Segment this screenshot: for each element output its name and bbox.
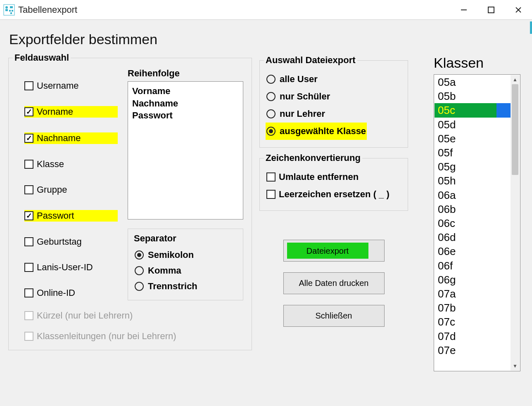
checkbox-icon — [24, 311, 33, 320]
svg-point-1 — [5, 6, 8, 9]
separator-option-semikolon[interactable]: Semikolon — [134, 247, 237, 263]
checkbox-icon — [24, 160, 33, 169]
titlebar: Tabellenexport — [0, 0, 532, 20]
field-checkbox-geburtstag[interactable]: Geburtstag — [24, 236, 118, 247]
separator-option-trennstrich[interactable]: Trennstrich — [134, 279, 237, 294]
field-checkbox-online-id[interactable]: Online-ID — [24, 288, 118, 298]
export-scope-nur-sch-ler[interactable]: nur Schüler — [266, 88, 402, 105]
zeichen-legend: Zeichenkonvertierung — [264, 153, 362, 163]
radio-icon — [135, 266, 144, 275]
checkbox-label: Klassenleitungen (nur bei Lehrern) — [37, 331, 176, 342]
klassen-item[interactable]: 07d — [435, 329, 511, 343]
checkbox-icon — [24, 332, 33, 341]
radio-icon — [266, 92, 276, 101]
checkbox-label: Umlaute entfernen — [279, 172, 359, 182]
feldauswahl-group: Feldauswahl UsernameVornameNachnameKlass… — [8, 52, 252, 350]
reihenfolge-label: Reihenfolge — [128, 68, 246, 79]
radio-icon — [135, 282, 144, 291]
separator-option-komma[interactable]: Komma — [134, 263, 237, 279]
close-dialog-button[interactable]: Schließen — [283, 305, 385, 327]
print-button[interactable]: Alle Daten drucken — [283, 272, 385, 294]
export-scope-ausgew-hlte-klasse[interactable]: ausgewählte Klasse — [266, 123, 367, 140]
separator-group: Separator SemikolonKommaTrennstrich — [128, 229, 243, 300]
app-icon — [3, 4, 15, 16]
svg-rect-6 — [10, 12, 12, 14]
radio-icon — [135, 250, 144, 260]
klassen-item[interactable]: 06e — [435, 244, 511, 258]
scroll-thumb[interactable] — [512, 84, 518, 175]
radio-label: ausgewählte Klasse — [280, 126, 366, 137]
klassen-item[interactable]: 06d — [435, 230, 511, 244]
checkbox-icon — [266, 190, 276, 199]
scroll-down-icon[interactable]: ▼ — [511, 361, 520, 371]
field-checkbox-gruppe[interactable]: Gruppe — [24, 184, 118, 195]
klassen-item[interactable]: 06c — [435, 216, 511, 230]
checkbox-label: Leerzeichen ersetzen ( _ ) — [279, 189, 390, 200]
close-button[interactable] — [505, 0, 532, 20]
minimize-button[interactable] — [450, 0, 477, 20]
klassen-item[interactable]: 07e — [435, 343, 511, 357]
svg-rect-8 — [488, 7, 494, 13]
klassen-item[interactable]: 05c — [435, 103, 511, 117]
reihenfolge-list[interactable]: VornameNachnamePasswort — [128, 81, 243, 220]
klassen-item[interactable]: 05g — [435, 160, 511, 174]
maximize-button[interactable] — [477, 0, 505, 20]
radio-label: nur Lehrer — [280, 109, 325, 119]
field-checkbox-lanis-user-id[interactable]: Lanis-User-ID — [24, 262, 118, 273]
feldauswahl-legend: Feldauswahl — [13, 52, 71, 63]
klassen-item[interactable]: 06g — [435, 273, 511, 287]
dateiexport-button-label: Dateiexport — [287, 243, 368, 259]
klassen-heading: Klassen — [434, 55, 525, 71]
page-title: Exportfelder bestimmen — [9, 31, 525, 47]
klassen-item[interactable]: 06a — [435, 188, 511, 202]
klassen-item[interactable]: 05h — [435, 174, 511, 188]
export-scope-alle-user[interactable]: alle User — [266, 71, 402, 88]
checkbox-icon — [24, 134, 33, 143]
separator-legend: Separator — [134, 233, 237, 244]
field-checkbox-passwort[interactable]: Passwort — [24, 210, 118, 222]
klassen-item[interactable]: 05e — [435, 132, 511, 146]
klassen-item[interactable]: 05b — [435, 89, 511, 103]
klassen-item[interactable]: 07c — [435, 315, 511, 329]
scroll-up-icon[interactable]: ▲ — [511, 75, 520, 84]
order-item: Passwort — [132, 109, 239, 122]
klassen-item[interactable]: 05f — [435, 146, 511, 160]
field-checkbox-k-rzel-nur-bei-lehrern-: Kürzel (nur bei Lehrern) — [14, 310, 246, 321]
field-checkbox-nachname[interactable]: Nachname — [24, 132, 118, 144]
zeichen-option-umlaute-entfernen[interactable]: Umlaute entfernen — [266, 168, 402, 186]
zeichen-option-leerzeichen-ersetzen-[interactable]: Leerzeichen ersetzen ( _ ) — [266, 186, 402, 203]
klassen-item[interactable]: 06f — [435, 259, 511, 273]
field-checkbox-vorname[interactable]: Vorname — [24, 106, 118, 118]
checkbox-label: Klasse — [37, 159, 64, 170]
radio-icon — [266, 127, 276, 136]
checkbox-label: Lanis-User-ID — [37, 262, 93, 273]
klassen-item[interactable]: 05d — [435, 118, 511, 132]
checkbox-label: Geburtstag — [37, 236, 82, 247]
klassen-scrollbar[interactable]: ▲ ▼ — [511, 75, 520, 371]
dateiexport-legend: Auswahl Dateiexport — [264, 55, 357, 66]
zeichen-group: Zeichenkonvertierung Umlaute entfernenLe… — [259, 153, 408, 211]
checkbox-label: Username — [37, 80, 78, 91]
dateiexport-button[interactable]: Dateiexport — [283, 240, 385, 262]
radio-icon — [266, 109, 276, 118]
checkbox-icon — [24, 288, 33, 297]
checkbox-label: Nachname — [37, 133, 81, 144]
export-scope-nur-lehrer[interactable]: nur Lehrer — [266, 105, 402, 123]
checkbox-label: Gruppe — [37, 184, 67, 195]
checkbox-label: Vorname — [37, 106, 73, 117]
radio-label: Komma — [148, 265, 181, 276]
field-checkbox-klasse[interactable]: Klasse — [24, 159, 118, 170]
klassen-item[interactable]: 07b — [435, 301, 511, 315]
checkbox-icon — [24, 263, 33, 272]
checkbox-icon — [24, 185, 33, 194]
radio-label: Semikolon — [148, 250, 194, 260]
klassen-item[interactable]: 07a — [435, 287, 511, 301]
checkbox-label: Kürzel (nur bei Lehrern) — [37, 310, 133, 321]
klassen-item[interactable]: 05a — [435, 75, 511, 89]
dateiexport-group: Auswahl Dateiexport alle Usernur Schüler… — [259, 55, 408, 148]
klassen-listbox[interactable]: 05a05b05c05d05e05f05g05h06a06b06c06d06e0… — [434, 74, 520, 371]
klassen-item[interactable]: 06b — [435, 202, 511, 216]
field-checkbox-username[interactable]: Username — [24, 80, 118, 91]
checkbox-icon — [266, 172, 276, 182]
checkbox-label: Passwort — [37, 210, 74, 221]
